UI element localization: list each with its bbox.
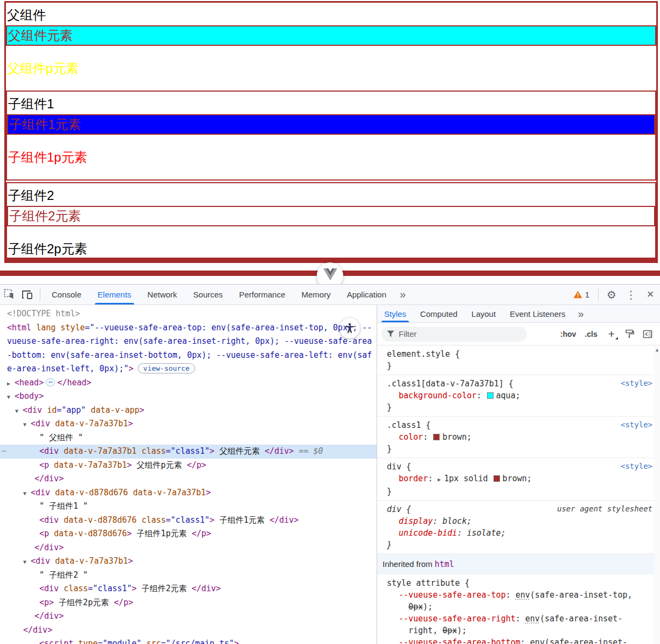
vue-devtools-button[interactable]	[317, 262, 343, 284]
code-token: </div>	[34, 543, 64, 552]
styles-tab-styles[interactable]: Styles	[377, 305, 413, 322]
css-line[interactable]: --vueuse-safe-area-top: env(safe-area-in…	[383, 589, 655, 601]
tab-elements[interactable]: Elements	[89, 285, 140, 304]
css-line[interactable]: color: brown;	[383, 431, 655, 443]
code-token: vueuse-safe-area-right: env(safe-area-in…	[7, 336, 372, 346]
dom-tree-line[interactable]: <p data-v-7a7a37b1> 父组件p元素 </p>	[0, 459, 377, 473]
css-line[interactable]: background-color: aqua;	[383, 390, 655, 401]
expand-arrow-open-icon[interactable]: ▼	[23, 487, 26, 501]
chip-cls[interactable]: .cls	[580, 330, 601, 338]
collapsed-children-badge[interactable]: ⋯	[46, 378, 55, 386]
dom-tree-line[interactable]: ▼<div id="app" data-v-app>	[0, 404, 377, 418]
more-tabs-icon[interactable]: »	[394, 285, 411, 304]
dom-tree-line[interactable]: <!DOCTYPE html>	[0, 307, 377, 321]
tab-memory[interactable]: Memory	[294, 285, 339, 304]
elements-dom-tree: <!DOCTYPE html><html lang style="--vueus…	[0, 305, 377, 644]
chip-hov[interactable]: :hov	[556, 330, 581, 338]
styles-filter-input[interactable]: Filter	[381, 327, 527, 342]
css-line[interactable]: }	[383, 539, 655, 551]
new-style-rule-button[interactable]: +	[604, 328, 619, 341]
css-line[interactable]: unicode-bidi: isolate;	[383, 527, 655, 539]
css-line[interactable]: element.style {	[383, 348, 655, 360]
tab-sources[interactable]: Sources	[185, 285, 231, 304]
color-swatch[interactable]	[487, 392, 494, 399]
console-warning-badge[interactable]: 1	[568, 285, 595, 304]
color-swatch[interactable]	[494, 475, 500, 482]
css-line[interactable]: Inherited from html	[383, 558, 655, 570]
css-line[interactable]: --vueuse-safe-area-right: env(safe-area-…	[383, 613, 655, 625]
dom-tree-line[interactable]: ▼<div data-v-d878d676 data-v-7a7a37b1>	[0, 486, 377, 500]
close-devtools-icon[interactable]: ✕	[641, 285, 660, 304]
scroll-up-arrow[interactable]: ▲	[656, 347, 658, 644]
css-token: .class1 {	[387, 420, 430, 430]
settings-gear-icon[interactable]: ⚙	[602, 285, 621, 304]
expand-arrow-open-icon[interactable]: ▼	[23, 555, 26, 569]
dom-tree-line[interactable]: vueuse-safe-area-right: env(safe-area-in…	[0, 335, 377, 349]
css-line[interactable]: .class1 {	[383, 419, 655, 431]
child2-component-label: 子组件2	[7, 183, 655, 206]
stylesheet-source-link[interactable]: <style>	[621, 379, 652, 387]
tab-performance[interactable]: Performance	[231, 285, 294, 304]
dom-tree-line[interactable]: " 父组件 "	[0, 431, 377, 445]
css-line[interactable]: --vueuse-safe-area-bottom: env(safe-area…	[383, 636, 655, 644]
stylesheet-source-link[interactable]: <style>	[621, 420, 652, 429]
css-line[interactable]: .class1[data-v-7a7a37b1] {	[383, 378, 655, 390]
dom-tree-line[interactable]: ▼<body>	[0, 390, 377, 404]
more-actions-icon[interactable]: ⋯	[2, 445, 6, 459]
dom-tree-line[interactable]: <p data-v-d878d676> 子组件1p元素 </p>	[0, 527, 377, 541]
tabbar-spacer	[411, 285, 567, 304]
dom-tree-line[interactable]: <script type="module" src="/src/main.ts"…	[0, 637, 377, 644]
tab-application[interactable]: Application	[339, 285, 394, 304]
expand-arrow-closed-icon[interactable]: ▶	[7, 377, 10, 391]
css-line[interactable]: }	[383, 360, 655, 372]
css-line[interactable]: 0px);	[383, 601, 655, 613]
css-line[interactable]: border: ▶ 1px solid brown;	[383, 473, 655, 486]
dom-tree-line-selected[interactable]: ⋯<div data-v-7a7a37b1 class="class1"> 父组…	[0, 445, 377, 459]
dom-tree-line[interactable]: ▼<div data-v-7a7a37b1>	[0, 417, 377, 431]
expand-arrow-open-icon[interactable]: ▼	[15, 404, 18, 418]
dom-tree-line[interactable]: </div>	[0, 541, 377, 555]
dom-tree-line[interactable]: <html lang style="--vueuse-safe-area-top…	[0, 321, 377, 335]
css-line[interactable]: div {	[383, 461, 655, 473]
css-line[interactable]: }	[383, 443, 655, 455]
stylesheet-source-link[interactable]: <style>	[621, 462, 652, 470]
dom-tree-line[interactable]: ▼<div data-v-7a7a37b1>	[0, 555, 377, 569]
styles-scrollbar[interactable]: ▲	[654, 345, 660, 644]
css-line[interactable]: style attribute {	[383, 577, 655, 589]
view-source-badge[interactable]: view-source	[138, 363, 195, 373]
kebab-menu-icon[interactable]: ⋮	[621, 285, 641, 304]
css-line[interactable]: }	[383, 401, 655, 413]
dom-tree-line[interactable]: <p> 子组件2p元素 </p>	[0, 596, 377, 610]
css-token: brown;	[503, 474, 532, 483]
tab-console[interactable]: Console	[44, 285, 89, 304]
element-state-paint-icon[interactable]	[621, 329, 637, 338]
device-toolbar-icon[interactable]	[18, 285, 37, 304]
dom-tree-line[interactable]: ▶<head>⋯</head>	[0, 376, 377, 390]
dom-tree-line[interactable]: e-area-inset-left, 0px);">view-source	[0, 362, 377, 376]
dom-tree-line[interactable]: <div class="class1"> 子组件2元素 </div>	[0, 582, 377, 596]
expand-arrow-open-icon[interactable]: ▼	[23, 418, 26, 432]
dom-tree-line[interactable]: </div>	[0, 472, 377, 486]
tab-network[interactable]: Network	[140, 285, 185, 304]
css-token: 0px	[442, 626, 457, 635]
code-token: 子组件1p元素	[132, 529, 192, 538]
code-token: >	[234, 639, 239, 644]
dom-tree-line[interactable]: <div data-v-d878d676 class="class1"> 子组件…	[0, 514, 377, 528]
styles-tab-layout[interactable]: Layout	[464, 305, 503, 322]
css-line[interactable]: display: block;	[383, 515, 655, 527]
dom-tree-line[interactable]: </div>	[0, 610, 377, 624]
dom-tree-line[interactable]: " 子组件1 "	[0, 500, 377, 514]
expand-arrow-open-icon[interactable]: ▼	[7, 390, 10, 404]
styles-tab-computed[interactable]: Computed	[413, 305, 464, 322]
dom-tree-line[interactable]: -bottom: env(safe-area-inset-bottom, 0px…	[0, 349, 377, 363]
css-property-name: --vueuse-safe-area-right	[399, 614, 516, 624]
css-line[interactable]: right, 0px);	[383, 625, 655, 636]
toggle-sidebar-icon[interactable]	[640, 330, 656, 338]
styles-more-tabs-icon[interactable]: »	[573, 305, 589, 322]
dom-tree-line[interactable]: " 子组件2 "	[0, 569, 377, 583]
color-swatch[interactable]	[433, 434, 440, 440]
inspect-element-icon[interactable]	[0, 285, 18, 304]
styles-tab-event-listeners[interactable]: Event Listeners	[503, 305, 572, 322]
dom-tree-line[interactable]: </div>	[0, 624, 377, 638]
css-line[interactable]: }	[383, 486, 655, 497]
